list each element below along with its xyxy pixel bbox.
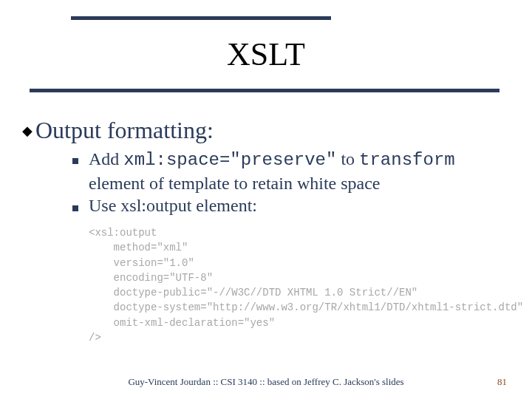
- top-divider: [71, 16, 331, 20]
- square-bullet-icon: [72, 158, 78, 164]
- text-segment: Add: [89, 149, 123, 168]
- code-line: encoding="UTF-8": [89, 272, 213, 284]
- heading-output-formatting: Output formatting:: [35, 117, 214, 144]
- bullet-item-2: Use xsl:output element:: [89, 196, 257, 216]
- code-line: method="xml": [89, 242, 188, 253]
- footer-text: Guy-Vincent Jourdan :: CSI 3140 :: based…: [0, 376, 532, 388]
- bullet-item-1: Add xml:space="preserve" to transform el…: [89, 148, 502, 194]
- code-inline: transform: [359, 150, 455, 170]
- text-segment: element of template to retain white spac…: [89, 174, 381, 193]
- page-number: 81: [497, 376, 507, 388]
- slide-title: XSLT: [0, 35, 532, 73]
- square-bullet-icon: [72, 205, 78, 211]
- star-bullet-icon: ◆: [22, 123, 33, 139]
- code-line: doctype-public="-//W3C//DTD XHTML 1.0 St…: [89, 287, 417, 299]
- code-inline: xml:space="preserve": [123, 150, 336, 170]
- code-line: version="1.0": [89, 257, 194, 269]
- code-line: <xsl:output: [89, 227, 157, 239]
- code-line: doctype-system="http://www.w3.org/TR/xht…: [89, 301, 523, 313]
- code-line: omit-xml-declaration="yes": [89, 317, 275, 329]
- title-underline: [30, 89, 499, 92]
- text-segment: to: [336, 149, 359, 168]
- code-line: />: [89, 332, 101, 344]
- code-block: <xsl:output method="xml" version="1.0" e…: [89, 225, 523, 345]
